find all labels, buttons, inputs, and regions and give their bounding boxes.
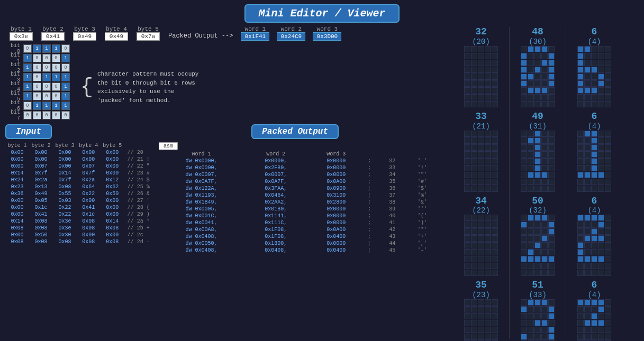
main-container: Mini Editor / Viewer byte 1 0x3e byte 2 … xyxy=(0,0,644,341)
table-row[interactable]: 0x080x080x080x080x08// 2d - xyxy=(5,238,153,245)
table-row[interactable]: dw 0x0050,0x1800,0x0000;44',' xyxy=(159,240,450,247)
char-cell xyxy=(605,256,611,262)
grid-cell-2-3[interactable]: 0 xyxy=(52,63,60,72)
byte-value-1: 0x3e xyxy=(10,32,33,41)
asm-tab[interactable]: asm xyxy=(159,142,178,150)
grid-cell-7-2[interactable]: 0 xyxy=(42,111,51,119)
table-row[interactable]: 0x360x490x550x220x50// 26 & xyxy=(5,190,153,197)
table-row[interactable]: 0x140x080x3e0x080x14// 2a * xyxy=(5,218,153,225)
grid-cell-5-4[interactable]: 1 xyxy=(61,92,70,100)
char-cell xyxy=(584,151,591,158)
grid-cell-6-0[interactable]: 0 xyxy=(23,102,32,110)
table-row[interactable]: 0x080x080x3e0x080x08// 2b + xyxy=(5,225,153,232)
char-cell xyxy=(464,158,470,164)
table-row[interactable]: dw 0x0000,0x0000,0x0000;32' ' xyxy=(159,158,450,164)
grid-cell-0-3[interactable]: 1 xyxy=(52,44,60,53)
grid-cell-2-2[interactable]: 0 xyxy=(42,63,51,72)
grid-cell-3-0[interactable]: 1 xyxy=(23,73,32,81)
output-cell-0-3: ; xyxy=(365,158,386,164)
table-row[interactable]: dw 0x0005,0x0180,0x0000;39''' xyxy=(159,206,450,213)
grid-cell-5-2[interactable]: 0 xyxy=(42,92,51,100)
grid-cell-4-0[interactable]: 1 xyxy=(23,82,32,91)
grid-cell-2-0[interactable]: 1 xyxy=(23,63,32,72)
char-cell xyxy=(485,327,491,333)
table-row[interactable]: dw 0x00A8,0x1F08,0x0A00;42'*' xyxy=(159,226,450,233)
grid-cell-0-4[interactable]: 0 xyxy=(61,44,70,53)
input-cell-7-4: 0x00 xyxy=(101,197,124,204)
grid-cell-2-4[interactable]: 0 xyxy=(61,63,70,72)
char-cell xyxy=(528,186,534,192)
char-cell xyxy=(534,327,541,333)
char-cell xyxy=(478,46,484,52)
char-cell xyxy=(534,46,541,52)
grid-cell-0-2[interactable]: 1 xyxy=(42,44,51,53)
grid-cell-1-1[interactable]: 0 xyxy=(33,54,41,62)
input-header-2: byte 3 xyxy=(53,142,77,149)
char-cell xyxy=(521,327,527,333)
table-row[interactable]: dw 0x1193,0x0464,0x3100;37'%' xyxy=(159,192,450,199)
table-row[interactable]: 0x000x000x000x000x00// 21 ! xyxy=(5,156,153,163)
table-row[interactable]: dw 0x0A7F,0x0A7F,0x0A00;35'#' xyxy=(159,178,450,185)
char-cell xyxy=(591,80,597,87)
input-cell-12-5: // 2c xyxy=(124,232,153,238)
char-6x-a: 6 (4) xyxy=(577,27,611,107)
table-row[interactable]: 0x000x070x000x070x00// 22 " xyxy=(5,163,153,170)
grid-cell-5-3[interactable]: 0 xyxy=(52,92,60,100)
char-cell xyxy=(464,60,470,66)
table-row[interactable]: 0x000x500x300x000x00// 2c xyxy=(5,232,153,238)
grid-cell-2-1[interactable]: 0 xyxy=(33,63,41,72)
table-row[interactable]: dw 0x0408,0x1F08,0x0400;43'+' xyxy=(159,233,450,240)
char-cell xyxy=(605,53,611,59)
grid-cell-5-0[interactable]: 1 xyxy=(23,92,32,100)
grid-cell-7-0[interactable]: 0 xyxy=(23,111,32,119)
table-row[interactable]: dw 0x122A,0x3FAA,0x0900;36'$' xyxy=(159,185,450,192)
table-row[interactable]: 0x000x050x030x000x00// 27 ' xyxy=(5,197,153,204)
table-row[interactable]: 0x230x130x080x640x62// 25 % xyxy=(5,183,153,190)
table-row[interactable]: dw 0x0041,0x111C,0x0000;41')' xyxy=(159,219,450,226)
char-cell xyxy=(591,222,597,228)
table-row[interactable]: 0x000x410x220x1c0x00// 29 ) xyxy=(5,211,153,218)
table-row[interactable]: 0x000x1c0x220x410x00// 28 ( xyxy=(5,204,153,211)
table-row[interactable]: dw 0x0408,0x0408,0x0400;45'-' xyxy=(159,247,450,254)
grid-cell-0-1[interactable]: 1 xyxy=(33,44,41,53)
grid-cell-1-0[interactable]: 1 xyxy=(23,54,32,62)
grid-cell-4-3[interactable]: 0 xyxy=(52,82,60,91)
grid-cell-6-3[interactable]: 1 xyxy=(52,102,60,110)
char-cell xyxy=(591,270,597,276)
char-cell xyxy=(591,179,597,185)
grid-cell-7-4[interactable]: 0 xyxy=(61,111,70,119)
grid-cell-4-2[interactable]: 0 xyxy=(42,82,51,91)
char-cell xyxy=(584,53,591,59)
char-cell xyxy=(541,320,548,326)
grid-cell-1-4[interactable]: 1 xyxy=(61,54,70,62)
table-row[interactable]: 0x140x7f0x140x7f0x00// 23 # xyxy=(5,170,153,177)
input-header-4: byte 5 xyxy=(101,142,124,149)
grid-cell-5-1[interactable]: 0 xyxy=(33,92,41,100)
input-cell-0-0: 0x00 xyxy=(5,149,29,156)
grid-cell-3-4[interactable]: 1 xyxy=(61,73,70,81)
grid-cell-4-1[interactable]: 0 xyxy=(33,82,41,91)
table-row[interactable]: dw 0x0000,0x2F80,0x0000;33'!' xyxy=(159,164,450,171)
grid-cell-3-3[interactable]: 1 xyxy=(52,73,60,81)
input-cell-12-1: 0x50 xyxy=(29,232,53,238)
table-row[interactable]: dw 0x1B49,0x2AA2,0x2800;38'&' xyxy=(159,199,450,206)
grid-cell-6-4[interactable]: 1 xyxy=(61,102,70,110)
grid-cell-6-2[interactable]: 1 xyxy=(42,102,51,110)
grid-cell-3-1[interactable]: 0 xyxy=(33,73,41,81)
grid-cell-1-3[interactable]: 0 xyxy=(52,54,60,62)
grid-cell-4-4[interactable]: 1 xyxy=(61,82,70,91)
table-row[interactable]: 0x240x2a0x7f0x2a0x12// 24 $ xyxy=(5,177,153,183)
grid-cell-7-3[interactable]: 0 xyxy=(52,111,60,119)
char-cell xyxy=(598,67,604,73)
char-cell xyxy=(605,131,611,137)
table-row[interactable]: dw 0x001C,0x1141,0x0000;40'(' xyxy=(159,213,450,219)
grid-cell-1-2[interactable]: 0 xyxy=(42,54,51,62)
grid-cell-3-2[interactable]: 1 xyxy=(42,73,51,81)
table-row[interactable]: dw 0x0007,0x0007,0x0000;34'"' xyxy=(159,171,450,178)
grid-cell-7-1[interactable]: 0 xyxy=(33,111,41,119)
grid-cell-0-0[interactable]: 0 xyxy=(23,44,32,53)
output-cell-3-0: dw 0x0A7F, xyxy=(159,178,244,185)
grid-row-7[interactable]: bit 700000 xyxy=(5,110,70,120)
table-row[interactable]: 0x000x000x000x000x00// 20 xyxy=(5,149,153,156)
grid-cell-6-1[interactable]: 1 xyxy=(33,102,41,110)
